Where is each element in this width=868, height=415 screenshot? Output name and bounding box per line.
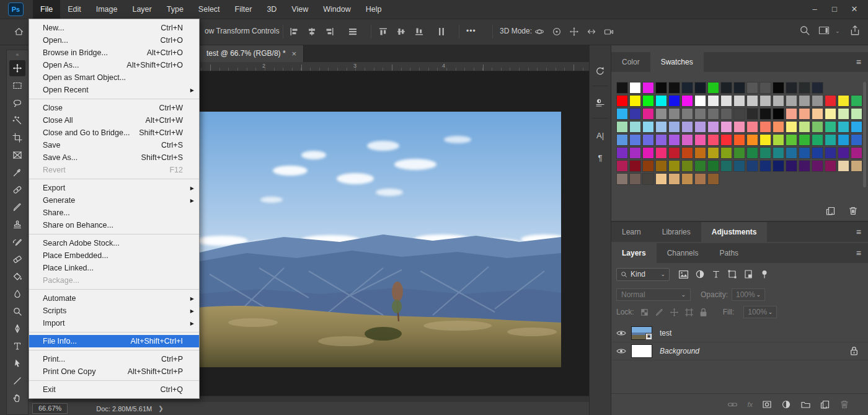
swatch[interactable] — [746, 160, 758, 172]
new-group-icon[interactable] — [800, 399, 811, 409]
swatch[interactable] — [786, 147, 797, 159]
swatch[interactable] — [760, 134, 771, 146]
file-menu-item-new[interactable]: New...Ctrl+N — [29, 22, 199, 34]
swatch[interactable] — [733, 121, 745, 133]
swatch[interactable] — [642, 121, 654, 133]
brush-tool[interactable] — [9, 199, 25, 215]
lock-pixels-icon[interactable] — [655, 308, 664, 317]
swatch[interactable] — [720, 134, 732, 146]
swatch[interactable] — [707, 82, 719, 94]
tab-paths[interactable]: Paths — [709, 243, 749, 263]
file-menu-item-share[interactable]: Share... — [29, 207, 199, 219]
visibility-eye-icon[interactable] — [611, 347, 631, 355]
swatch[interactable] — [799, 160, 810, 172]
swatch[interactable] — [655, 121, 667, 133]
swatch[interactable] — [851, 121, 862, 133]
swatch[interactable] — [760, 121, 771, 133]
swatch[interactable] — [825, 108, 836, 120]
eraser-tool[interactable] — [9, 251, 25, 267]
swatch[interactable] — [681, 147, 693, 159]
wand-tool[interactable] — [9, 112, 25, 128]
align-horizontal-centers-icon[interactable] — [307, 27, 317, 37]
zoom-level-field[interactable]: 66.67% — [32, 403, 68, 414]
marquee-tool[interactable] — [9, 78, 25, 94]
file-menu-item-open-as[interactable]: Open As...Alt+Shift+Ctrl+O — [29, 59, 199, 71]
swatch[interactable] — [760, 82, 771, 94]
swatch[interactable] — [720, 121, 732, 133]
blend-mode-select[interactable]: Normal ⌄ — [616, 288, 691, 301]
workspace-icon[interactable] — [818, 25, 828, 35]
swatch[interactable] — [786, 82, 797, 94]
swatch[interactable] — [799, 95, 810, 107]
bucket-tool[interactable] — [9, 269, 25, 285]
swatch[interactable] — [707, 160, 719, 172]
menu-3d[interactable]: 3D — [259, 0, 284, 19]
swatch[interactable] — [733, 134, 745, 146]
menu-edit[interactable]: Edit — [60, 0, 89, 19]
swatch[interactable] — [825, 147, 836, 159]
swatch[interactable] — [642, 134, 654, 146]
swatch[interactable] — [707, 147, 719, 159]
opacity-field[interactable]: 100% ⌄ — [732, 288, 765, 301]
swatch[interactable] — [838, 160, 849, 172]
swatch[interactable] — [733, 82, 745, 94]
layer-row-test[interactable]: ▣ test — [611, 324, 868, 342]
tab-adjustments[interactable]: Adjustments — [701, 222, 768, 242]
3d-pan-icon[interactable] — [569, 27, 579, 37]
3d-camera-icon[interactable] — [604, 27, 614, 37]
swatch[interactable] — [707, 95, 719, 107]
character-panel-icon[interactable]: A| — [590, 123, 611, 148]
close-button[interactable]: ✕ — [844, 0, 864, 19]
tab-swatches[interactable]: Swatches — [650, 52, 704, 72]
lock-position-icon[interactable] — [670, 308, 679, 317]
swatch[interactable] — [799, 147, 810, 159]
lock-all-icon[interactable] — [699, 308, 707, 317]
swatch[interactable] — [799, 82, 810, 94]
swatch[interactable] — [655, 95, 667, 107]
swatch[interactable] — [681, 173, 693, 185]
swatch[interactable] — [851, 160, 862, 172]
align-right-edges-icon[interactable] — [325, 27, 335, 37]
swatch[interactable] — [760, 160, 771, 172]
swatch[interactable] — [694, 173, 706, 185]
file-menu-item-file-info[interactable]: File Info...Alt+Shift+Ctrl+I — [29, 335, 199, 347]
swatch[interactable] — [629, 134, 641, 146]
new-swatch-icon[interactable] — [826, 206, 836, 216]
file-menu-item-browse-in-bridge[interactable]: Browse in Bridge...Alt+Ctrl+O — [29, 47, 199, 59]
swatch[interactable] — [851, 95, 862, 107]
swatch[interactable] — [786, 160, 797, 172]
lock-artboard-icon[interactable] — [684, 308, 694, 317]
3d-orbit-icon[interactable] — [534, 27, 544, 37]
tab-color[interactable]: Color — [611, 52, 650, 72]
swatch[interactable] — [773, 134, 784, 146]
swatch[interactable] — [838, 147, 849, 159]
file-menu-item-revert[interactable]: RevertF12 — [29, 164, 199, 176]
file-menu-item-import[interactable]: Import▶ — [29, 317, 199, 329]
filter-pixel-layers-icon[interactable] — [678, 270, 689, 279]
swatch[interactable] — [851, 147, 862, 159]
file-menu-item-generate[interactable]: Generate▶ — [29, 194, 199, 207]
swatch[interactable] — [838, 95, 849, 107]
align-bottom-edges-icon[interactable] — [414, 27, 424, 37]
frame-tool[interactable] — [9, 147, 25, 163]
dodge-tool[interactable] — [9, 303, 25, 319]
swatch[interactable] — [681, 108, 693, 120]
crop-tool[interactable] — [9, 130, 25, 146]
swatch[interactable] — [812, 108, 823, 120]
tab-layers[interactable]: Layers — [611, 243, 657, 263]
swatch[interactable] — [773, 147, 784, 159]
delete-layer-icon[interactable] — [839, 399, 849, 409]
swatch[interactable] — [681, 160, 693, 172]
swatches-scrollbar[interactable] — [863, 82, 866, 187]
swatch[interactable] — [655, 108, 667, 120]
file-menu-item-close[interactable]: CloseCtrl+W — [29, 102, 199, 114]
swatch[interactable] — [812, 121, 823, 133]
properties-panel-icon[interactable] — [590, 91, 611, 115]
fill-field[interactable]: 100% ⌄ — [743, 306, 777, 318]
swatch[interactable] — [655, 82, 667, 94]
chevron-down-icon[interactable]: ⌄ — [835, 28, 840, 34]
file-menu-item-open-as-smart-object[interactable]: Open as Smart Object... — [29, 71, 199, 84]
swatch[interactable] — [812, 134, 823, 146]
swatch[interactable] — [851, 108, 862, 120]
file-menu-item-exit[interactable]: ExitCtrl+Q — [29, 383, 199, 396]
